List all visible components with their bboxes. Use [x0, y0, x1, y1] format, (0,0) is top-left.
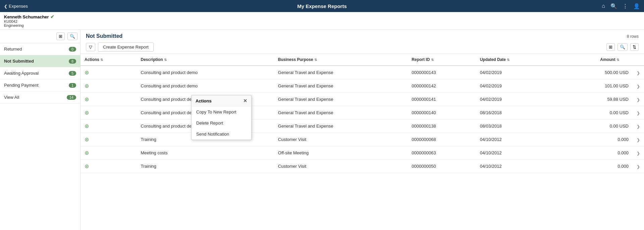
- row-arrow-icon: [637, 150, 640, 156]
- col-business-purpose: Business Purpose ⇅: [274, 54, 408, 66]
- col-updated-date: Updated Date ⇅: [476, 54, 556, 66]
- popup-item-delete[interactable]: Delete Report: [192, 118, 251, 129]
- updated-date-cell: 04/02/2019: [476, 66, 556, 79]
- popup-header: Actions ✕: [192, 95, 251, 106]
- actions-cell: ⊛: [80, 79, 137, 93]
- filter-button[interactable]: ▽: [86, 43, 95, 51]
- actions-cell: ⊛: [80, 160, 137, 173]
- sidebar-item-awaiting-approval[interactable]: Awaiting Approval 5: [0, 67, 80, 79]
- table-row: ⊛ Training Customer Visit 0000000068 04/…: [80, 133, 644, 146]
- sidebar-item-label: Awaiting Approval: [4, 71, 39, 76]
- header-row: Actions ⇅ Description ⇅ Business Purpose…: [80, 54, 644, 66]
- create-report-button[interactable]: Create Expense Report: [98, 43, 154, 52]
- nav-cell[interactable]: [633, 106, 644, 120]
- actions-cell: ⊛: [80, 120, 137, 133]
- report-id-cell: 0000000138: [408, 120, 476, 133]
- search-icon[interactable]: 🔍: [610, 3, 617, 9]
- report-id-cell: 0000000068: [408, 133, 476, 146]
- table-header: Actions ⇅ Description ⇅ Business Purpose…: [80, 54, 644, 66]
- menu-icon[interactable]: ⋮: [623, 3, 628, 9]
- nav-cell[interactable]: [633, 79, 644, 93]
- description-cell: Training: [137, 160, 274, 173]
- download-icon[interactable]: ⊞: [606, 43, 615, 51]
- user-icon[interactable]: 👤: [633, 3, 640, 9]
- updated-date-cell: 08/16/2018: [476, 106, 556, 120]
- toolbar-search-btn[interactable]: 🔍: [618, 43, 628, 51]
- row-arrow-icon: [637, 137, 640, 142]
- row-arrow-icon: [637, 164, 640, 169]
- updated-date-cell: 08/03/2018: [476, 120, 556, 133]
- row-arrow-icon: [637, 83, 640, 89]
- table-row: ⊛ Consulting and product demo General Tr…: [80, 93, 644, 106]
- sidebar: ⊞ 🔍 Returned 0 Not Submitted 8 Awaiting …: [0, 30, 80, 230]
- sidebar-item-returned[interactable]: Returned 0: [0, 43, 80, 55]
- nav-cell[interactable]: [633, 120, 644, 133]
- row-arrow-icon: [637, 70, 640, 75]
- nav-cell[interactable]: [633, 160, 644, 173]
- sidebar-item-badge: 5: [69, 71, 76, 76]
- business-purpose-cell: Customer Visit: [274, 160, 408, 173]
- col-amount: Amount ⇅: [556, 54, 633, 66]
- sort-btn[interactable]: ⇅: [630, 43, 639, 51]
- status-icon: ⊛: [85, 163, 89, 169]
- actions-cell: ⊛: [80, 66, 137, 79]
- status-icon: ⊛: [85, 83, 89, 89]
- popup-title: Actions: [196, 98, 212, 103]
- description-cell: Meeting costs: [137, 146, 274, 160]
- status-icon: ⊛: [85, 110, 89, 116]
- home-icon[interactable]: ⌂: [602, 3, 605, 9]
- main-layout: ⊞ 🔍 Returned 0 Not Submitted 8 Awaiting …: [0, 30, 644, 230]
- nav-cell[interactable]: [633, 93, 644, 106]
- report-id-cell: 0000000050: [408, 160, 476, 173]
- popup-close-button[interactable]: ✕: [243, 98, 247, 103]
- business-purpose-cell: General Travel and Expense: [274, 79, 408, 93]
- toolbar-right: ⊞ 🔍 ⇅: [606, 43, 639, 51]
- popup-item-copy[interactable]: Copy To New Report: [192, 106, 251, 118]
- sidebar-search-btn[interactable]: 🔍: [67, 32, 77, 40]
- actions-cell: ⊛: [80, 146, 137, 160]
- report-id-cell: 0000000143: [408, 66, 476, 79]
- nav-cell[interactable]: [633, 146, 644, 160]
- description-cell: Consulting and product demo: [137, 66, 274, 79]
- sidebar-item-not-submitted[interactable]: Not Submitted 8: [0, 55, 80, 67]
- sidebar-item-label: Not Submitted: [4, 59, 34, 64]
- app-header: Expenses My Expense Reports ⌂ 🔍 ⋮ 👤: [0, 0, 644, 12]
- sort-actions-icon: ⇅: [100, 58, 103, 62]
- content-area: Not Submitted 8 rows ▽ Create Expense Re…: [80, 30, 644, 230]
- sidebar-toolbar: ⊞ 🔍: [0, 30, 80, 43]
- back-button[interactable]: Expenses: [4, 4, 28, 9]
- sidebar-item-pending-payment[interactable]: Pending Payment 1: [0, 79, 80, 91]
- report-id-cell: 0000000140: [408, 106, 476, 120]
- amount-cell: 0.000: [556, 133, 633, 146]
- col-report-id: Report ID ⇅: [408, 54, 476, 66]
- sidebar-item-label: Returned: [4, 47, 22, 52]
- sidebar-filter-btn[interactable]: ⊞: [56, 32, 65, 40]
- sidebar-item-badge: 0: [69, 47, 76, 52]
- nav-cell[interactable]: [633, 66, 644, 79]
- verified-icon: ✔: [50, 14, 54, 19]
- amount-cell: 0.00 USD: [556, 120, 633, 133]
- expense-table: Actions ⇅ Description ⇅ Business Purpose…: [80, 54, 644, 173]
- report-id-cell: 0000000142: [408, 79, 476, 93]
- section-title: Not Submitted: [86, 33, 122, 39]
- description-cell: Consulting and product demo: [137, 79, 274, 93]
- actions-cell: ⊛: [80, 106, 137, 120]
- nav-cell[interactable]: [633, 133, 644, 146]
- actions-popup: Actions ✕ Copy To New ReportDelete Repor…: [191, 95, 252, 140]
- sidebar-item-view-all[interactable]: View All 14: [0, 91, 80, 103]
- status-icon: ⊛: [85, 137, 89, 142]
- col-nav: [633, 54, 644, 66]
- actions-cell: ⊛: [80, 133, 137, 146]
- report-id-cell: 0000000141: [408, 93, 476, 106]
- business-purpose-cell: General Travel and Expense: [274, 106, 408, 120]
- sidebar-item-badge: 14: [67, 95, 76, 100]
- table-body: ⊛ Consulting and product demo General Tr…: [80, 66, 644, 173]
- user-dept: Engineering: [4, 23, 640, 27]
- actions-cell: ⊛: [80, 93, 137, 106]
- rows-count: 8 rows: [627, 34, 639, 39]
- popup-item-notify[interactable]: Send Notification: [192, 129, 251, 140]
- row-arrow-icon: [637, 124, 640, 129]
- back-icon: [4, 4, 7, 9]
- status-icon: ⊛: [85, 70, 89, 75]
- sidebar-item-label: Pending Payment: [4, 83, 39, 88]
